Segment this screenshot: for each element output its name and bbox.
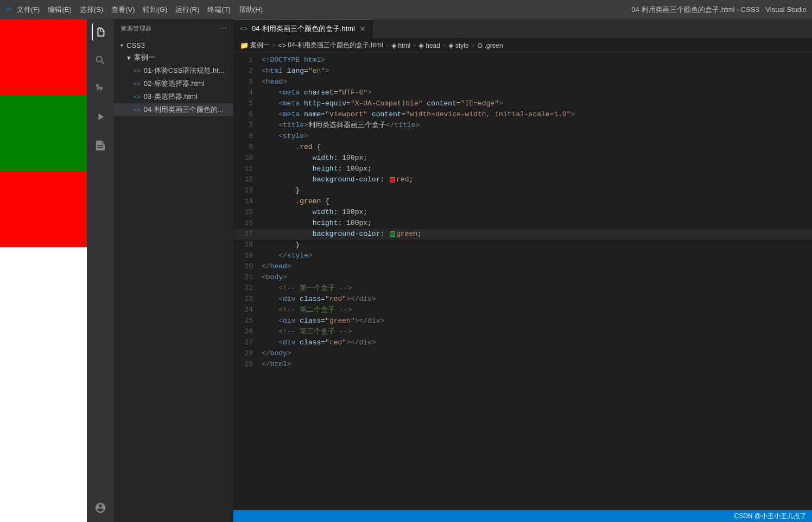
line-content: <meta charset="UTF-8"> [259, 87, 812, 98]
preview-white-space [0, 247, 87, 522]
breadcrumb-green[interactable]: ⊙ .green [477, 41, 503, 49]
code-line-10: 10 width: 100px; [233, 153, 812, 163]
element-icon: ◈ [418, 41, 424, 49]
editor-tab[interactable]: <> 04-利用类画三个颜色的盒子.html ✕ [233, 19, 373, 38]
preview-panel [0, 19, 87, 522]
explorer-label: 资源管理器 [120, 24, 152, 33]
code-line-13: 13 } [233, 185, 812, 196]
chevron-down-icon: ▾ [120, 42, 123, 48]
folder-case1-label: 案例一 [134, 53, 155, 62]
code-line-7: 7 <title>利用类选择器画三个盒子</title> [233, 120, 812, 131]
line-number: 4 [233, 87, 259, 98]
code-line-20: 20 </head> [233, 261, 812, 272]
code-editor[interactable]: 1 <!DOCTYPE html> 2 <html lang="en"> 3 <… [233, 53, 812, 510]
breadcrumb-head[interactable]: ◈ head [418, 41, 440, 49]
breadcrumb-html[interactable]: ◈ html [391, 41, 411, 49]
file-01[interactable]: <> 01-体验CSS语法规范.ht... [114, 64, 233, 77]
menu-run[interactable]: 运行(R) [175, 5, 199, 15]
line-content: <style> [259, 131, 812, 142]
code-line-8: 8 <style> [233, 131, 812, 142]
line-number: 11 [233, 163, 259, 174]
editor-area: <> 04-利用类画三个颜色的盒子.html ✕ 📁 案例一 > <> 04-利… [233, 19, 812, 522]
code-line-9: 9 .red { [233, 142, 812, 153]
titlebar: ⌨ 文件(F) 编辑(E) 选择(S) 查看(V) 转到(G) 运行(R) 终端… [0, 0, 812, 19]
line-content: <body> [259, 272, 812, 283]
line-content: background-color: green; [259, 229, 812, 240]
line-number: 10 [233, 153, 259, 163]
code-line-26: 26 <!-- 第三个盒子 --> [233, 326, 812, 337]
line-number: 8 [233, 131, 259, 142]
tab-close-button[interactable]: ✕ [359, 24, 366, 33]
activity-account-icon[interactable] [92, 499, 109, 517]
line-number: 17 [233, 229, 259, 240]
activity-source-control-icon[interactable] [92, 80, 109, 97]
code-line-16: 16 height: 100px; [233, 218, 812, 229]
line-number: 1 [233, 55, 259, 66]
code-line-1: 1 <!DOCTYPE html> [233, 55, 812, 66]
activity-run-icon[interactable] [92, 108, 109, 125]
tab-bar: <> 04-利用类画三个颜色的盒子.html ✕ [233, 19, 812, 39]
file-icon: <> [278, 41, 286, 49]
line-number: 21 [233, 272, 259, 283]
menu-file[interactable]: 文件(F) [17, 5, 40, 15]
code-line-24: 24 <!-- 第二个盒子 --> [233, 305, 812, 316]
breadcrumb-file[interactable]: <> 04-利用类画三个颜色的盒子.html [278, 41, 383, 50]
code-line-15: 15 width: 100px; [233, 207, 812, 218]
chevron-down-icon: ▾ [127, 54, 131, 62]
line-number: 2 [233, 66, 259, 77]
folder-case1[interactable]: ▾ 案例一 [114, 51, 233, 64]
file-icon: <> [134, 67, 141, 74]
line-number: 3 [233, 77, 259, 87]
line-content: width: 100px; [259, 207, 812, 218]
line-number: 12 [233, 174, 259, 185]
line-number: 18 [233, 240, 259, 250]
vscode-logo: ⌨ [5, 4, 11, 16]
tab-file-icon: <> [240, 25, 248, 33]
sidebar-tree: ▾ CSS3 ▾ 案例一 <> 01-体验CSS语法规范.ht... <> 02… [114, 37, 233, 118]
code-line-17: 17 background-color: green; [233, 229, 812, 240]
line-content: } [259, 185, 812, 196]
code-line-25: 25 <div class="green"></div> [233, 316, 812, 326]
line-number: 20 [233, 261, 259, 272]
file-04[interactable]: <> 04-利用类画三个颜色的... [114, 103, 233, 116]
line-content: .green { [259, 196, 812, 207]
breadcrumb-style[interactable]: ◈ style [448, 41, 469, 49]
sidebar-more-button[interactable]: ··· [219, 23, 227, 33]
line-content: <!-- 第一个盒子 --> [259, 283, 812, 294]
menu-terminal[interactable]: 终端(T) [207, 5, 231, 15]
menu-goto[interactable]: 转到(G) [143, 5, 167, 15]
menu-edit[interactable]: 编辑(E) [48, 5, 71, 15]
preview-red-box-1 [0, 19, 87, 95]
line-number: 7 [233, 120, 259, 131]
element-icon: ◈ [391, 41, 397, 49]
file-02[interactable]: <> 02-标签选择器.html [114, 77, 233, 90]
line-number: 24 [233, 305, 259, 316]
line-number: 5 [233, 98, 259, 109]
menu-select[interactable]: 选择(S) [80, 5, 103, 15]
breadcrumb-head-label: head [426, 42, 440, 49]
preview-green-box [0, 95, 87, 171]
class-icon: ⊙ [477, 41, 483, 49]
code-line-29: 29 </html> [233, 359, 812, 370]
code-line-5: 5 <meta http-equiv="X-UA-Compatible" con… [233, 98, 812, 109]
menu-view[interactable]: 查看(V) [111, 5, 135, 15]
file-03[interactable]: <> 03-类选择器.html [114, 90, 233, 103]
menu-help[interactable]: 帮助(H) [239, 5, 263, 15]
activity-extensions-icon[interactable] [92, 136, 109, 154]
line-number: 28 [233, 348, 259, 359]
activity-files-icon[interactable] [92, 23, 109, 41]
color-swatch-red [390, 177, 395, 183]
line-number: 13 [233, 185, 259, 196]
code-line-12: 12 background-color: red; [233, 174, 812, 185]
line-content: <!-- 第三个盒子 --> [259, 326, 812, 337]
file-04-label: 04-利用类画三个颜色的... [144, 105, 224, 115]
breadcrumb-case1[interactable]: 📁 案例一 [240, 41, 270, 50]
line-content: </head> [259, 261, 812, 272]
sidebar: 资源管理器 ··· ▾ CSS3 ▾ 案例一 <> 01-体验CSS语法规范.h… [114, 19, 233, 522]
activity-search-icon[interactable] [92, 52, 109, 69]
line-number: 22 [233, 283, 259, 294]
line-content: <title>利用类选择器画三个盒子</title> [259, 120, 812, 131]
line-content: </style> [259, 250, 812, 261]
folder-css3[interactable]: ▾ CSS3 [114, 40, 233, 51]
line-content: </body> [259, 348, 812, 359]
